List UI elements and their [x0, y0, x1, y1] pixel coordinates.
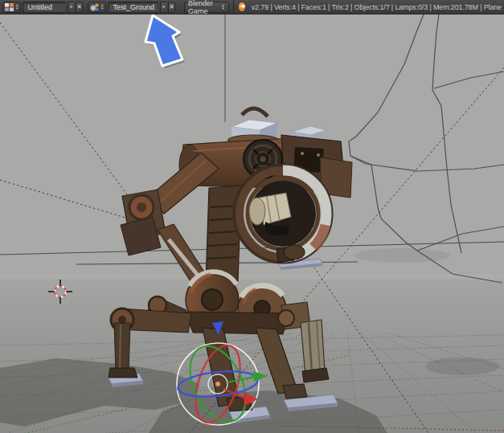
robot-ring	[237, 168, 329, 259]
viewport-3d[interactable]	[0, 14, 504, 433]
gizmo-pivot-dot	[215, 382, 220, 386]
scene-stats-text: v2.79 | Verts:4 | Faces:1 | Tris:2 | Obj…	[252, 3, 502, 11]
robot-elbow-joint	[121, 190, 166, 255]
header-divider	[233, 0, 234, 14]
file-add-button[interactable]: +	[68, 2, 74, 13]
file-close-button[interactable]: ✕	[76, 2, 83, 13]
chevron-updown-icon: ▲▼	[15, 4, 18, 10]
scene-name-field[interactable]: Test_Ground	[108, 2, 158, 13]
editor-type-info-icon	[5, 3, 14, 11]
render-engine-dropdown[interactable]: Blender Game ▲▼	[184, 2, 229, 13]
info-header: ▲▼ Untitled + ✕ ▲▼ Test_Ground + ✕ Blend…	[0, 0, 504, 14]
chevron-updown-icon: ▲▼	[100, 4, 104, 10]
file-name-field[interactable]: Untitled	[23, 2, 65, 13]
scene-icon	[90, 3, 99, 11]
render-engine-label: Blender Game	[188, 0, 221, 15]
scene-close-button[interactable]: ✕	[168, 2, 175, 13]
editor-type-selector[interactable]: ▲▼	[2, 2, 21, 13]
scene-add-button[interactable]: +	[160, 2, 166, 13]
scene-selector[interactable]: ▲▼	[88, 2, 106, 13]
viewport-canvas[interactable]	[0, 14, 504, 433]
chevron-updown-icon: ▲▼	[221, 4, 224, 10]
blender-window: ▲▼ Untitled + ✕ ▲▼ Test_Ground + ✕ Blend…	[0, 0, 504, 433]
blender-logo-icon	[239, 2, 244, 11]
